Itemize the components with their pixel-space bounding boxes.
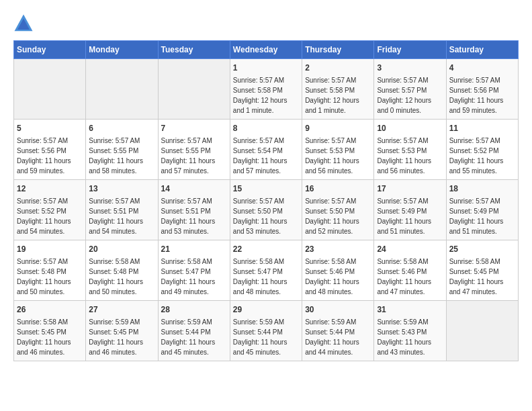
day-number: 30 xyxy=(305,304,371,316)
calendar-cell: 27Sunrise: 5:59 AM Sunset: 5:45 PM Dayli… xyxy=(86,301,158,361)
day-number: 29 xyxy=(233,304,299,316)
day-number: 11 xyxy=(449,122,515,134)
calendar-cell: 22Sunrise: 5:58 AM Sunset: 5:47 PM Dayli… xyxy=(230,240,302,301)
day-number: 8 xyxy=(233,122,299,134)
calendar-cell: 3Sunrise: 5:57 AM Sunset: 5:57 PM Daylig… xyxy=(374,59,446,120)
weekday-header: Tuesday xyxy=(158,41,230,59)
calendar-cell: 20Sunrise: 5:58 AM Sunset: 5:48 PM Dayli… xyxy=(86,240,158,301)
day-info: Sunrise: 5:57 AM Sunset: 5:56 PM Dayligh… xyxy=(17,136,83,176)
day-number: 17 xyxy=(377,183,443,195)
day-number: 21 xyxy=(161,243,227,255)
day-info: Sunrise: 5:57 AM Sunset: 5:52 PM Dayligh… xyxy=(17,196,83,236)
day-info: Sunrise: 5:58 AM Sunset: 5:45 PM Dayligh… xyxy=(17,317,83,357)
day-number: 7 xyxy=(161,122,227,134)
day-info: Sunrise: 5:57 AM Sunset: 5:49 PM Dayligh… xyxy=(449,196,515,236)
calendar-cell: 18Sunrise: 5:57 AM Sunset: 5:49 PM Dayli… xyxy=(446,180,518,240)
day-info: Sunrise: 5:57 AM Sunset: 5:55 PM Dayligh… xyxy=(89,136,154,176)
day-info: Sunrise: 5:59 AM Sunset: 5:43 PM Dayligh… xyxy=(377,317,443,357)
calendar-cell: 14Sunrise: 5:57 AM Sunset: 5:51 PM Dayli… xyxy=(158,180,230,240)
page-header xyxy=(13,13,519,34)
day-number: 15 xyxy=(233,183,299,195)
day-number: 31 xyxy=(377,304,443,316)
calendar-week-row: 5Sunrise: 5:57 AM Sunset: 5:56 PM Daylig… xyxy=(14,120,519,180)
calendar-cell: 8Sunrise: 5:57 AM Sunset: 5:54 PM Daylig… xyxy=(230,120,302,180)
weekday-header: Thursday xyxy=(302,41,374,59)
day-info: Sunrise: 5:57 AM Sunset: 5:48 PM Dayligh… xyxy=(17,257,83,297)
day-number: 4 xyxy=(449,62,515,74)
day-info: Sunrise: 5:57 AM Sunset: 5:51 PM Dayligh… xyxy=(89,196,154,236)
day-number: 6 xyxy=(89,122,154,134)
weekday-header-row: SundayMondayTuesdayWednesdayThursdayFrid… xyxy=(14,41,519,59)
logo-icon xyxy=(13,13,34,34)
calendar-header: SundayMondayTuesdayWednesdayThursdayFrid… xyxy=(14,41,519,59)
day-info: Sunrise: 5:58 AM Sunset: 5:45 PM Dayligh… xyxy=(449,257,515,297)
day-info: Sunrise: 5:57 AM Sunset: 5:53 PM Dayligh… xyxy=(377,136,443,176)
day-info: Sunrise: 5:58 AM Sunset: 5:46 PM Dayligh… xyxy=(377,257,443,297)
calendar-cell: 4Sunrise: 5:57 AM Sunset: 5:56 PM Daylig… xyxy=(446,59,518,120)
day-info: Sunrise: 5:59 AM Sunset: 5:44 PM Dayligh… xyxy=(233,317,299,357)
day-info: Sunrise: 5:57 AM Sunset: 5:58 PM Dayligh… xyxy=(305,75,371,116)
calendar-cell: 11Sunrise: 5:57 AM Sunset: 5:52 PM Dayli… xyxy=(446,120,518,180)
calendar-cell: 13Sunrise: 5:57 AM Sunset: 5:51 PM Dayli… xyxy=(86,180,158,240)
day-number: 24 xyxy=(377,243,443,255)
day-info: Sunrise: 5:57 AM Sunset: 5:52 PM Dayligh… xyxy=(449,136,515,176)
day-info: Sunrise: 5:59 AM Sunset: 5:44 PM Dayligh… xyxy=(161,317,227,357)
logo xyxy=(13,13,36,34)
day-info: Sunrise: 5:58 AM Sunset: 5:47 PM Dayligh… xyxy=(161,257,227,297)
day-info: Sunrise: 5:58 AM Sunset: 5:47 PM Dayligh… xyxy=(233,257,299,297)
calendar-cell: 31Sunrise: 5:59 AM Sunset: 5:43 PM Dayli… xyxy=(374,301,446,361)
calendar-cell xyxy=(446,301,518,361)
day-info: Sunrise: 5:59 AM Sunset: 5:44 PM Dayligh… xyxy=(305,317,371,357)
calendar-cell: 12Sunrise: 5:57 AM Sunset: 5:52 PM Dayli… xyxy=(14,180,86,240)
weekday-header: Sunday xyxy=(14,41,86,59)
day-info: Sunrise: 5:57 AM Sunset: 5:55 PM Dayligh… xyxy=(161,136,227,176)
calendar-week-row: 1Sunrise: 5:57 AM Sunset: 5:58 PM Daylig… xyxy=(14,59,519,120)
day-number: 28 xyxy=(161,304,227,316)
day-info: Sunrise: 5:58 AM Sunset: 5:48 PM Dayligh… xyxy=(89,257,154,297)
calendar-cell: 25Sunrise: 5:58 AM Sunset: 5:45 PM Dayli… xyxy=(446,240,518,301)
calendar-cell: 24Sunrise: 5:58 AM Sunset: 5:46 PM Dayli… xyxy=(374,240,446,301)
day-number: 26 xyxy=(17,304,83,316)
calendar-table: SundayMondayTuesdayWednesdayThursdayFrid… xyxy=(13,40,519,361)
day-number: 25 xyxy=(449,243,515,255)
calendar-cell: 21Sunrise: 5:58 AM Sunset: 5:47 PM Dayli… xyxy=(158,240,230,301)
weekday-header: Wednesday xyxy=(230,41,302,59)
weekday-header: Friday xyxy=(374,41,446,59)
calendar-cell: 26Sunrise: 5:58 AM Sunset: 5:45 PM Dayli… xyxy=(14,301,86,361)
calendar-cell: 5Sunrise: 5:57 AM Sunset: 5:56 PM Daylig… xyxy=(14,120,86,180)
day-number: 13 xyxy=(89,183,154,195)
calendar-cell: 10Sunrise: 5:57 AM Sunset: 5:53 PM Dayli… xyxy=(374,120,446,180)
weekday-header: Monday xyxy=(86,41,158,59)
calendar-cell: 16Sunrise: 5:57 AM Sunset: 5:50 PM Dayli… xyxy=(302,180,374,240)
calendar-week-row: 26Sunrise: 5:58 AM Sunset: 5:45 PM Dayli… xyxy=(14,301,519,361)
day-info: Sunrise: 5:57 AM Sunset: 5:57 PM Dayligh… xyxy=(377,75,443,116)
calendar-cell: 9Sunrise: 5:57 AM Sunset: 5:53 PM Daylig… xyxy=(302,120,374,180)
day-number: 10 xyxy=(377,122,443,134)
day-info: Sunrise: 5:57 AM Sunset: 5:56 PM Dayligh… xyxy=(449,75,515,116)
day-info: Sunrise: 5:57 AM Sunset: 5:58 PM Dayligh… xyxy=(233,75,299,116)
calendar-body: 1Sunrise: 5:57 AM Sunset: 5:58 PM Daylig… xyxy=(14,59,519,361)
calendar-cell xyxy=(86,59,158,120)
day-number: 16 xyxy=(305,183,371,195)
calendar-week-row: 19Sunrise: 5:57 AM Sunset: 5:48 PM Dayli… xyxy=(14,240,519,301)
weekday-header: Saturday xyxy=(446,41,518,59)
day-number: 1 xyxy=(233,62,299,74)
day-info: Sunrise: 5:57 AM Sunset: 5:53 PM Dayligh… xyxy=(305,136,371,176)
day-number: 19 xyxy=(17,243,83,255)
calendar-cell: 2Sunrise: 5:57 AM Sunset: 5:58 PM Daylig… xyxy=(302,59,374,120)
day-info: Sunrise: 5:57 AM Sunset: 5:50 PM Dayligh… xyxy=(233,196,299,236)
calendar-cell xyxy=(158,59,230,120)
calendar-week-row: 12Sunrise: 5:57 AM Sunset: 5:52 PM Dayli… xyxy=(14,180,519,240)
day-info: Sunrise: 5:57 AM Sunset: 5:49 PM Dayligh… xyxy=(377,196,443,236)
day-number: 20 xyxy=(89,243,154,255)
calendar-cell: 28Sunrise: 5:59 AM Sunset: 5:44 PM Dayli… xyxy=(158,301,230,361)
day-number: 23 xyxy=(305,243,371,255)
day-info: Sunrise: 5:57 AM Sunset: 5:54 PM Dayligh… xyxy=(233,136,299,176)
calendar-cell: 30Sunrise: 5:59 AM Sunset: 5:44 PM Dayli… xyxy=(302,301,374,361)
day-number: 22 xyxy=(233,243,299,255)
day-number: 5 xyxy=(17,122,83,134)
day-number: 9 xyxy=(305,122,371,134)
day-info: Sunrise: 5:58 AM Sunset: 5:46 PM Dayligh… xyxy=(305,257,371,297)
day-number: 27 xyxy=(89,304,154,316)
calendar-cell: 29Sunrise: 5:59 AM Sunset: 5:44 PM Dayli… xyxy=(230,301,302,361)
